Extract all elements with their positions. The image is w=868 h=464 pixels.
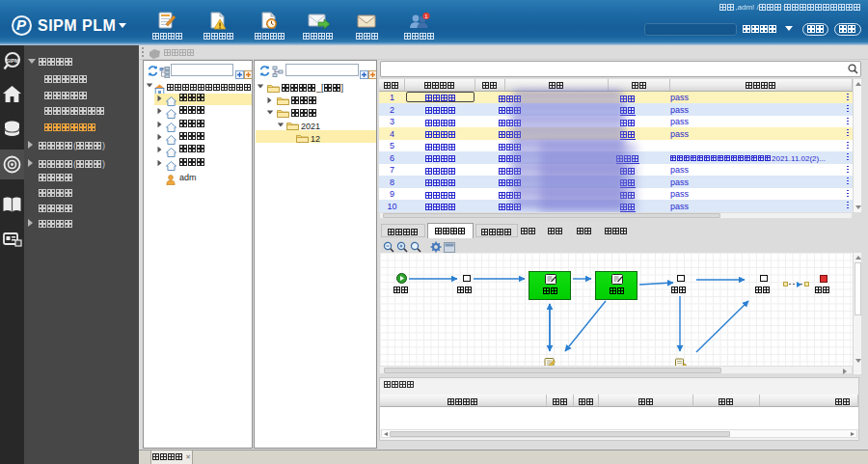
svg-text:SIPM: SIPM xyxy=(6,58,19,64)
